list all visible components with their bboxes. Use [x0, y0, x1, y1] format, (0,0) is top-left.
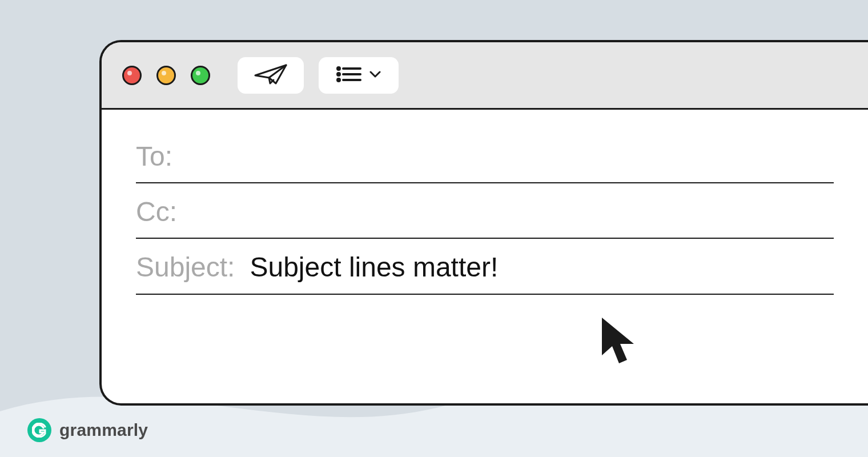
- brand-lockup: grammarly: [27, 418, 148, 442]
- subject-field-row[interactable]: Subject: Subject lines matter!: [136, 239, 834, 294]
- window-close-button[interactable]: [122, 66, 142, 85]
- format-options-button[interactable]: [319, 57, 399, 94]
- window-minimize-button[interactable]: [156, 66, 176, 85]
- send-button[interactable]: [238, 57, 304, 94]
- subject-label: Subject:: [136, 251, 235, 283]
- compose-header-fields: To: Cc: Subject: Subject lines matter!: [102, 110, 868, 295]
- list-icon: [336, 66, 361, 85]
- window-titlebar: [102, 42, 868, 110]
- compose-window: To: Cc: Subject: Subject lines matter!: [99, 40, 868, 406]
- cc-label: Cc:: [136, 196, 177, 227]
- cursor-icon: [598, 315, 643, 372]
- cc-field-row[interactable]: Cc:: [136, 183, 834, 239]
- to-label: To:: [136, 141, 172, 172]
- chevron-down-icon: [369, 70, 381, 81]
- brand-mark-icon: [27, 418, 51, 442]
- window-zoom-button[interactable]: [191, 66, 210, 85]
- svg-point-2: [337, 79, 340, 81]
- subject-input[interactable]: Subject lines matter!: [250, 251, 498, 283]
- brand-name: grammarly: [59, 420, 148, 440]
- svg-point-0: [337, 67, 340, 70]
- to-field-row[interactable]: To:: [136, 128, 834, 183]
- svg-point-1: [337, 73, 340, 75]
- paper-plane-icon: [253, 63, 288, 88]
